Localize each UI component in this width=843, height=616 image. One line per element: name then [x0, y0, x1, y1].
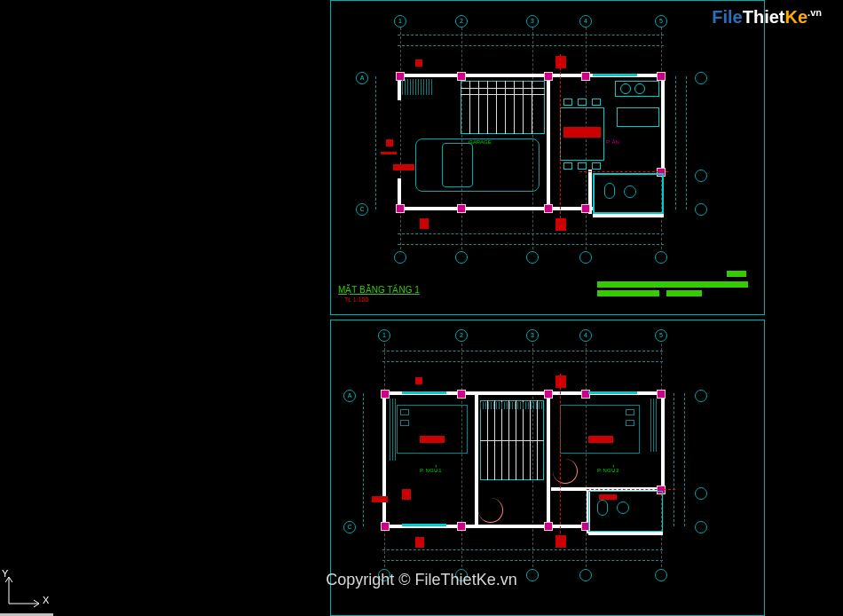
section-marker: [420, 218, 429, 229]
door: [478, 498, 503, 523]
dim-line: [382, 549, 663, 550]
grid-bubble: [526, 251, 539, 264]
room-label: GARAGE: [469, 139, 492, 145]
grid-bubble: 4: [579, 329, 592, 342]
pillow: [626, 409, 634, 415]
grid-bubble: 3: [526, 329, 539, 342]
room-label: P. ĂN: [606, 139, 619, 145]
column: [457, 390, 466, 399]
grid-line: [400, 28, 401, 249]
grid-bubble: [695, 487, 707, 500]
grid-bubble: [655, 251, 667, 264]
dim-line: [675, 76, 676, 209]
dim-line: [382, 361, 663, 362]
step-hatch: [402, 79, 433, 95]
wall: [547, 391, 550, 526]
grid-bubble: 2: [455, 329, 468, 342]
toilet: [604, 183, 615, 199]
window: [402, 524, 446, 526]
grid-bubble-3: 3: [526, 15, 539, 28]
titleblock-bar: [713, 281, 748, 288]
section-line: [381, 152, 397, 154]
level-marker: [393, 164, 414, 170]
grid-bubble: [455, 569, 468, 581]
grid-bubble: C: [343, 521, 356, 533]
dim-line: [398, 244, 664, 245]
section-marker: [555, 375, 566, 388]
dim-line: [686, 76, 687, 209]
tread: [514, 81, 515, 134]
grid-bubble-2: 2: [455, 15, 468, 28]
column: [544, 204, 553, 213]
sink: [617, 107, 659, 127]
door: [553, 459, 578, 484]
ucs-x-label: X: [43, 595, 49, 605]
wall: [593, 214, 664, 217]
logo-file: File: [712, 7, 742, 27]
wardrobe: [390, 399, 396, 461]
grid-bubble: [695, 521, 707, 533]
tread: [505, 81, 506, 134]
ucs-arrows-icon: [4, 573, 48, 609]
wall: [475, 391, 478, 526]
plan1-subtitle: TL 1:100: [344, 296, 368, 303]
window: [593, 74, 637, 76]
grid-bubble-c: C: [356, 203, 368, 216]
dim-line: [382, 351, 663, 351]
chair: [592, 99, 601, 106]
wall: [661, 74, 665, 173]
chair: [578, 99, 587, 106]
tread: [469, 81, 470, 134]
column: [381, 522, 390, 531]
wall: [547, 74, 550, 207]
column: [544, 390, 553, 399]
column: [657, 72, 666, 81]
dim-line: [375, 76, 376, 209]
section-line: [560, 374, 561, 538]
section-marker: [415, 377, 422, 384]
chair: [563, 162, 572, 170]
tread: [478, 81, 479, 134]
ucs-icon: Y X: [4, 573, 48, 611]
section-marker: [415, 537, 424, 548]
bed-label: [588, 436, 613, 443]
basin: [617, 501, 629, 514]
column: [396, 204, 405, 213]
grid-bubble: [695, 203, 707, 216]
column: [581, 204, 590, 213]
titleblock-bar: [727, 271, 746, 277]
stair-hatch: [480, 402, 544, 409]
landing: [480, 440, 544, 441]
column: [381, 390, 390, 399]
grid-line: [586, 344, 587, 567]
grid-bubble: [579, 251, 592, 264]
grid-bubble-5: 5: [655, 15, 667, 28]
grid-bubble: [455, 251, 468, 264]
section-line: [587, 489, 675, 490]
car-window: [442, 143, 473, 187]
logo-vn: .vn: [808, 7, 822, 18]
tread: [523, 81, 524, 134]
plan1-title: MẶT BẰNG TẦNG 1: [338, 285, 420, 295]
wall: [398, 207, 593, 210]
column: [457, 72, 466, 81]
grid-bubble-4: 4: [579, 15, 592, 28]
dim-line: [398, 35, 664, 36]
window: [588, 391, 637, 394]
grid-bubble: [695, 72, 707, 84]
grid-bubble: A: [343, 390, 356, 402]
wall: [661, 391, 665, 491]
logo-watermark: FileThietKe.vn: [712, 7, 822, 28]
column: [544, 522, 553, 531]
wardrobe: [650, 399, 657, 452]
wc-label: [599, 494, 617, 500]
tread: [487, 81, 488, 134]
dim-line: [684, 393, 685, 526]
window: [402, 391, 446, 394]
column: [581, 72, 590, 81]
tread: [496, 81, 497, 134]
section-marker: [415, 59, 422, 67]
chair: [578, 162, 587, 170]
chair: [563, 99, 572, 106]
room-label: P. NGỦ 1: [420, 467, 442, 473]
